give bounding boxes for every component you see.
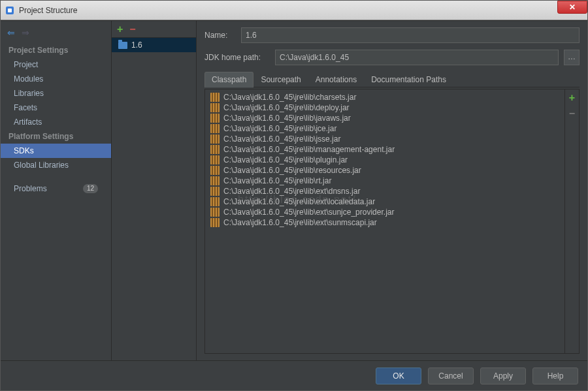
jar-path: C:\Java\jdk1.6.0_45\jre\lib\ext\dnsns.ja…	[223, 187, 360, 196]
sidebar-item-label: Project	[14, 60, 38, 69]
jar-row[interactable]: C:\Java\jdk1.6.0_45\jre\lib\ext\dnsns.ja…	[205, 186, 564, 196]
browse-button[interactable]: …	[564, 50, 580, 65]
jar-path: C:\Java\jdk1.6.0_45\jre\lib\rt.jar	[223, 176, 331, 185]
tab-sourcepath[interactable]: Sourcepath	[253, 72, 308, 87]
sdk-name: 1.6	[131, 40, 142, 50]
sidebar-item-problems[interactable]: Problems 12	[1, 181, 111, 196]
jar-row[interactable]: C:\Java\jdk1.6.0_45\jre\lib\plugin.jar	[205, 155, 564, 165]
home-row: JDK home path: …	[204, 50, 580, 65]
jar-path: C:\Java\jdk1.6.0_45\jre\lib\ext\sunmscap…	[223, 218, 377, 227]
remove-jar-icon[interactable]: −	[569, 108, 575, 119]
jar-path: C:\Java\jdk1.6.0_45\jre\lib\management-a…	[223, 145, 395, 154]
jar-icon	[210, 197, 220, 206]
main-panel: Name: JDK home path: … Classpath Sourcep…	[197, 21, 587, 360]
sdk-toolbar: + −	[112, 21, 196, 38]
footer: OK Cancel Apply Help	[1, 360, 587, 390]
jar-row[interactable]: C:\Java\jdk1.6.0_45\jre\lib\ext\localeda…	[205, 196, 564, 207]
jar-row[interactable]: C:\Java\jdk1.6.0_45\jre\lib\javaws.jar	[205, 113, 564, 123]
jar-icon	[210, 124, 220, 133]
jar-icon	[210, 166, 220, 175]
section-platform-settings: Platform Settings	[1, 129, 111, 144]
sidebar-item-label: Modules	[14, 74, 43, 84]
app-icon	[5, 5, 15, 16]
jar-list[interactable]: C:\Java\jdk1.6.0_45\jre\lib\charsets.jar…	[205, 89, 564, 353]
jar-row[interactable]: C:\Java\jdk1.6.0_45\jre\lib\management-a…	[205, 144, 564, 155]
jar-path: C:\Java\jdk1.6.0_45\jre\lib\deploy.jar	[223, 103, 350, 112]
jar-row[interactable]: C:\Java\jdk1.6.0_45\jre\lib\ext\sunmscap…	[205, 217, 564, 228]
jar-row[interactable]: C:\Java\jdk1.6.0_45\jre\lib\resources.ja…	[205, 165, 564, 176]
jar-icon	[210, 103, 220, 112]
tab-annotations[interactable]: Annotations	[308, 72, 364, 87]
sidebar-item-modules[interactable]: Modules	[1, 72, 111, 86]
home-label: JDK home path:	[204, 53, 270, 62]
sdk-list-item[interactable]: 1.6	[112, 38, 196, 52]
name-input[interactable]	[241, 27, 580, 43]
sidebar-item-global-libraries[interactable]: Global Libraries	[1, 158, 111, 172]
sidebar-item-libraries[interactable]: Libraries	[1, 86, 111, 101]
nav-arrows: ⇐ ⇒	[1, 25, 111, 43]
sidebar-item-label: Problems	[14, 184, 47, 193]
dialog-body: ⇐ ⇒ Project Settings Project Modules Lib…	[1, 20, 587, 360]
jar-path: C:\Java\jdk1.6.0_45\jre\lib\plugin.jar	[223, 155, 348, 164]
jar-icon	[210, 93, 220, 102]
folder-icon	[118, 42, 127, 49]
jar-icon	[210, 218, 220, 227]
home-path-input[interactable]	[275, 50, 559, 65]
jar-path: C:\Java\jdk1.6.0_45\jre\lib\resources.ja…	[223, 166, 361, 175]
remove-sdk-icon[interactable]: −	[129, 23, 135, 35]
jar-path: C:\Java\jdk1.6.0_45\jre\lib\ext\sunjce_p…	[223, 208, 394, 217]
window-title: Project Structure	[19, 6, 77, 15]
jar-icon	[210, 176, 220, 185]
jar-path: C:\Java\jdk1.6.0_45\jre\lib\ext\localeda…	[223, 197, 375, 206]
jar-row[interactable]: C:\Java\jdk1.6.0_45\jre\lib\rt.jar	[205, 176, 564, 186]
jar-icon	[210, 187, 220, 196]
add-jar-icon[interactable]: +	[569, 92, 575, 104]
jar-icon	[210, 208, 220, 217]
jar-path: C:\Java\jdk1.6.0_45\jre\lib\charsets.jar	[223, 93, 356, 102]
apply-button[interactable]: Apply	[480, 368, 526, 384]
sidebar-item-facets[interactable]: Facets	[1, 101, 111, 115]
problems-count-badge: 12	[83, 184, 98, 193]
tab-classpath[interactable]: Classpath	[204, 72, 253, 87]
back-arrow-icon[interactable]: ⇐	[7, 27, 15, 38]
jar-icon	[210, 155, 220, 164]
sidebar-item-label: Artifacts	[14, 117, 42, 127]
sidebar-item-label: Facets	[14, 103, 37, 112]
jar-path: C:\Java\jdk1.6.0_45\jre\lib\jsse.jar	[223, 134, 340, 144]
jar-row[interactable]: C:\Java\jdk1.6.0_45\jre\lib\charsets.jar	[205, 92, 564, 102]
name-label: Name:	[204, 31, 236, 40]
classpath-list: C:\Java\jdk1.6.0_45\jre\lib\charsets.jar…	[204, 89, 580, 354]
name-row: Name:	[204, 27, 580, 43]
cancel-button[interactable]: Cancel	[428, 368, 474, 384]
close-button[interactable]: ✕	[557, 1, 587, 14]
forward-arrow-icon[interactable]: ⇒	[22, 27, 29, 38]
jar-path: C:\Java\jdk1.6.0_45\jre\lib\jce.jar	[223, 124, 336, 133]
jar-row[interactable]: C:\Java\jdk1.6.0_45\jre\lib\jce.jar	[205, 123, 564, 134]
section-project-settings: Project Settings	[1, 43, 111, 57]
jar-row[interactable]: C:\Java\jdk1.6.0_45\jre\lib\ext\sunjce_p…	[205, 207, 564, 217]
sdk-list-panel: + − 1.6	[112, 21, 197, 360]
jar-icon	[210, 114, 220, 123]
sidebar-item-label: Libraries	[14, 89, 44, 98]
jar-path: C:\Java\jdk1.6.0_45\jre\lib\javaws.jar	[223, 114, 351, 123]
sidebar-item-project[interactable]: Project	[1, 57, 111, 72]
sidebar-item-label: SDKs	[14, 146, 34, 155]
tabs: Classpath Sourcepath Annotations Documen…	[204, 72, 580, 87]
dialog-window: Project Structure ✕ ⇐ ⇒ Project Settings…	[0, 0, 588, 391]
jar-icon	[210, 145, 220, 154]
tab-documentation-paths[interactable]: Documentation Paths	[364, 72, 453, 87]
sidebar-item-label: Global Libraries	[14, 161, 69, 170]
list-side-toolbar: + −	[564, 89, 579, 353]
add-sdk-icon[interactable]: +	[117, 23, 123, 35]
ok-button[interactable]: OK	[376, 368, 421, 384]
titlebar[interactable]: Project Structure ✕	[1, 1, 587, 20]
sidebar: ⇐ ⇒ Project Settings Project Modules Lib…	[1, 21, 112, 360]
sidebar-item-artifacts[interactable]: Artifacts	[1, 115, 111, 129]
help-button[interactable]: Help	[532, 368, 578, 384]
jar-row[interactable]: C:\Java\jdk1.6.0_45\jre\lib\jsse.jar	[205, 134, 564, 144]
jar-icon	[210, 134, 220, 144]
sidebar-item-sdks[interactable]: SDKs	[1, 144, 111, 158]
jar-row[interactable]: C:\Java\jdk1.6.0_45\jre\lib\deploy.jar	[205, 102, 564, 113]
svg-rect-1	[8, 8, 12, 12]
